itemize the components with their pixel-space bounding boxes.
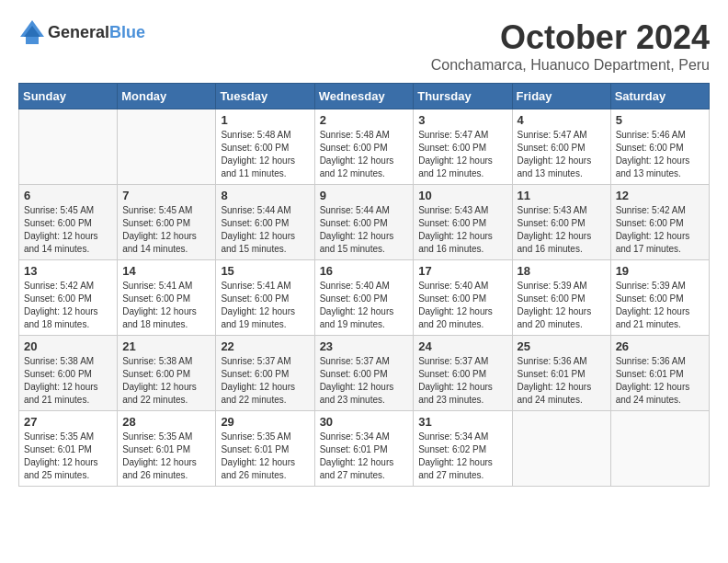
day-info: Sunrise: 5:45 AM Sunset: 6:00 PM Dayligh… bbox=[24, 204, 112, 256]
day-number: 29 bbox=[221, 415, 309, 429]
day-number: 24 bbox=[418, 339, 506, 353]
day-number: 26 bbox=[616, 339, 704, 353]
day-info: Sunrise: 5:36 AM Sunset: 6:01 PM Dayligh… bbox=[616, 355, 704, 407]
calendar-day-cell: 22Sunrise: 5:37 AM Sunset: 6:00 PM Dayli… bbox=[216, 336, 314, 411]
calendar-day-cell: 6Sunrise: 5:45 AM Sunset: 6:00 PM Daylig… bbox=[19, 185, 118, 260]
day-number: 9 bbox=[320, 189, 409, 202]
calendar-day-cell: 2Sunrise: 5:48 AM Sunset: 6:00 PM Daylig… bbox=[314, 109, 414, 185]
day-info: Sunrise: 5:39 AM Sunset: 6:00 PM Dayligh… bbox=[518, 280, 606, 331]
calendar-day-cell: 23Sunrise: 5:37 AM Sunset: 6:00 PM Dayli… bbox=[314, 336, 414, 411]
calendar-day-cell: 29Sunrise: 5:35 AM Sunset: 6:01 PM Dayli… bbox=[216, 411, 314, 487]
day-info: Sunrise: 5:38 AM Sunset: 6:00 PM Dayligh… bbox=[24, 355, 112, 407]
calendar-day-cell: 24Sunrise: 5:37 AM Sunset: 6:00 PM Dayli… bbox=[414, 336, 512, 411]
location-subtitle: Conchamarca, Huanuco Department, Peru bbox=[431, 57, 710, 74]
day-number: 30 bbox=[320, 415, 409, 429]
calendar-day-cell: 9Sunrise: 5:44 AM Sunset: 6:00 PM Daylig… bbox=[314, 185, 414, 260]
day-number: 1 bbox=[221, 113, 309, 127]
day-info: Sunrise: 5:41 AM Sunset: 6:00 PM Dayligh… bbox=[221, 280, 309, 331]
day-number: 21 bbox=[122, 339, 210, 353]
day-number: 20 bbox=[24, 339, 112, 353]
weekday-header-sunday: Sunday bbox=[19, 84, 118, 109]
calendar-day-cell: 28Sunrise: 5:35 AM Sunset: 6:01 PM Dayli… bbox=[118, 411, 216, 487]
calendar-day-cell: 13Sunrise: 5:42 AM Sunset: 6:00 PM Dayli… bbox=[19, 260, 118, 336]
calendar-day-cell: 27Sunrise: 5:35 AM Sunset: 6:01 PM Dayli… bbox=[19, 411, 118, 487]
calendar-day-cell: 20Sunrise: 5:38 AM Sunset: 6:00 PM Dayli… bbox=[19, 336, 118, 411]
calendar-day-cell bbox=[118, 109, 216, 185]
day-number: 7 bbox=[122, 189, 210, 202]
calendar-day-cell: 15Sunrise: 5:41 AM Sunset: 6:00 PM Dayli… bbox=[216, 260, 314, 336]
day-number: 28 bbox=[122, 415, 210, 429]
day-number: 6 bbox=[24, 189, 112, 202]
calendar-day-cell: 16Sunrise: 5:40 AM Sunset: 6:00 PM Dayli… bbox=[314, 260, 414, 336]
calendar-week-row: 6Sunrise: 5:45 AM Sunset: 6:00 PM Daylig… bbox=[19, 185, 710, 260]
day-number: 22 bbox=[221, 339, 309, 353]
day-info: Sunrise: 5:36 AM Sunset: 6:01 PM Dayligh… bbox=[518, 355, 606, 407]
calendar-day-cell: 25Sunrise: 5:36 AM Sunset: 6:01 PM Dayli… bbox=[512, 336, 610, 411]
calendar-day-cell: 12Sunrise: 5:42 AM Sunset: 6:00 PM Dayli… bbox=[610, 185, 709, 260]
day-number: 15 bbox=[221, 264, 309, 278]
day-info: Sunrise: 5:40 AM Sunset: 6:00 PM Dayligh… bbox=[418, 280, 506, 331]
day-number: 4 bbox=[518, 113, 606, 127]
svg-rect-2 bbox=[26, 37, 39, 44]
calendar-day-cell: 1Sunrise: 5:48 AM Sunset: 6:00 PM Daylig… bbox=[216, 109, 314, 185]
logo: GeneralBlue bbox=[18, 18, 145, 46]
calendar-week-row: 13Sunrise: 5:42 AM Sunset: 6:00 PM Dayli… bbox=[19, 260, 710, 336]
day-number: 10 bbox=[418, 189, 506, 202]
day-info: Sunrise: 5:48 AM Sunset: 6:00 PM Dayligh… bbox=[221, 129, 309, 180]
day-number: 14 bbox=[122, 264, 210, 278]
day-info: Sunrise: 5:39 AM Sunset: 6:00 PM Dayligh… bbox=[616, 280, 704, 331]
day-info: Sunrise: 5:42 AM Sunset: 6:00 PM Dayligh… bbox=[616, 204, 704, 256]
day-info: Sunrise: 5:44 AM Sunset: 6:00 PM Dayligh… bbox=[320, 204, 409, 256]
day-info: Sunrise: 5:46 AM Sunset: 6:00 PM Dayligh… bbox=[616, 129, 704, 180]
day-info: Sunrise: 5:47 AM Sunset: 6:00 PM Dayligh… bbox=[518, 129, 606, 180]
logo-icon bbox=[18, 18, 46, 46]
weekday-header-thursday: Thursday bbox=[414, 84, 512, 109]
calendar-week-row: 27Sunrise: 5:35 AM Sunset: 6:01 PM Dayli… bbox=[19, 411, 710, 487]
day-info: Sunrise: 5:44 AM Sunset: 6:00 PM Dayligh… bbox=[221, 204, 309, 256]
day-number: 17 bbox=[418, 264, 506, 278]
day-info: Sunrise: 5:48 AM Sunset: 6:00 PM Dayligh… bbox=[320, 129, 409, 180]
calendar-day-cell: 17Sunrise: 5:40 AM Sunset: 6:00 PM Dayli… bbox=[414, 260, 512, 336]
calendar-day-cell: 7Sunrise: 5:45 AM Sunset: 6:00 PM Daylig… bbox=[118, 185, 216, 260]
weekday-header-monday: Monday bbox=[118, 84, 216, 109]
calendar-day-cell bbox=[19, 109, 118, 185]
day-info: Sunrise: 5:37 AM Sunset: 6:00 PM Dayligh… bbox=[221, 355, 309, 407]
day-number: 25 bbox=[518, 339, 606, 353]
calendar-day-cell: 30Sunrise: 5:34 AM Sunset: 6:01 PM Dayli… bbox=[314, 411, 414, 487]
day-info: Sunrise: 5:43 AM Sunset: 6:00 PM Dayligh… bbox=[518, 204, 606, 256]
weekday-header-wednesday: Wednesday bbox=[314, 84, 414, 109]
logo-text-general: General bbox=[48, 23, 109, 41]
day-info: Sunrise: 5:34 AM Sunset: 6:02 PM Dayligh… bbox=[418, 431, 506, 482]
calendar-day-cell: 31Sunrise: 5:34 AM Sunset: 6:02 PM Dayli… bbox=[414, 411, 512, 487]
day-number: 11 bbox=[518, 189, 606, 202]
title-section: October 2024 Conchamarca, Huanuco Depart… bbox=[431, 18, 710, 74]
day-info: Sunrise: 5:45 AM Sunset: 6:00 PM Dayligh… bbox=[122, 204, 210, 256]
day-number: 12 bbox=[616, 189, 704, 202]
calendar-day-cell: 21Sunrise: 5:38 AM Sunset: 6:00 PM Dayli… bbox=[118, 336, 216, 411]
day-number: 23 bbox=[320, 339, 409, 353]
calendar-table: SundayMondayTuesdayWednesdayThursdayFrid… bbox=[18, 83, 710, 487]
page-header: GeneralBlue October 2024 Conchamarca, Hu… bbox=[18, 18, 710, 74]
calendar-day-cell: 4Sunrise: 5:47 AM Sunset: 6:00 PM Daylig… bbox=[512, 109, 610, 185]
day-info: Sunrise: 5:41 AM Sunset: 6:00 PM Dayligh… bbox=[122, 280, 210, 331]
day-number: 18 bbox=[518, 264, 606, 278]
day-info: Sunrise: 5:37 AM Sunset: 6:00 PM Dayligh… bbox=[418, 355, 506, 407]
calendar-day-cell: 8Sunrise: 5:44 AM Sunset: 6:00 PM Daylig… bbox=[216, 185, 314, 260]
day-info: Sunrise: 5:47 AM Sunset: 6:00 PM Dayligh… bbox=[418, 129, 506, 180]
day-info: Sunrise: 5:43 AM Sunset: 6:00 PM Dayligh… bbox=[418, 204, 506, 256]
day-info: Sunrise: 5:34 AM Sunset: 6:01 PM Dayligh… bbox=[320, 431, 409, 482]
day-info: Sunrise: 5:35 AM Sunset: 6:01 PM Dayligh… bbox=[221, 431, 309, 482]
weekday-header-saturday: Saturday bbox=[610, 84, 709, 109]
day-info: Sunrise: 5:42 AM Sunset: 6:00 PM Dayligh… bbox=[24, 280, 112, 331]
day-number: 5 bbox=[616, 113, 704, 127]
day-info: Sunrise: 5:40 AM Sunset: 6:00 PM Dayligh… bbox=[320, 280, 409, 331]
calendar-week-row: 1Sunrise: 5:48 AM Sunset: 6:00 PM Daylig… bbox=[19, 109, 710, 185]
day-number: 27 bbox=[24, 415, 112, 429]
day-info: Sunrise: 5:35 AM Sunset: 6:01 PM Dayligh… bbox=[24, 431, 112, 482]
day-number: 19 bbox=[616, 264, 704, 278]
day-number: 8 bbox=[221, 189, 309, 202]
day-number: 31 bbox=[418, 415, 506, 429]
calendar-day-cell: 14Sunrise: 5:41 AM Sunset: 6:00 PM Dayli… bbox=[118, 260, 216, 336]
calendar-day-cell: 11Sunrise: 5:43 AM Sunset: 6:00 PM Dayli… bbox=[512, 185, 610, 260]
weekday-header-friday: Friday bbox=[512, 84, 610, 109]
